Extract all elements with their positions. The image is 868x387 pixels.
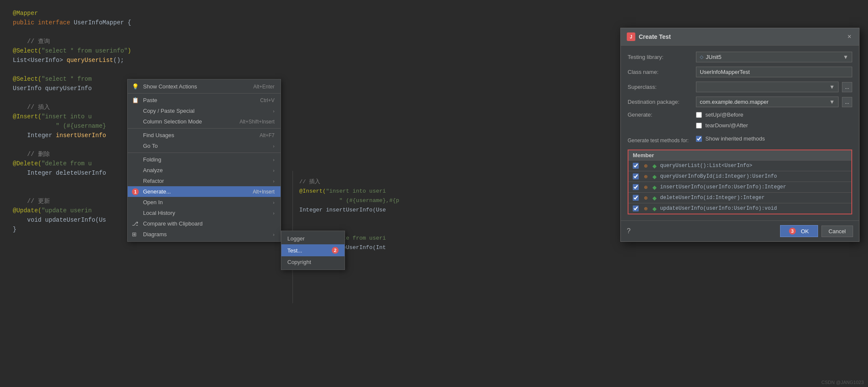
arrow-icon: ›	[273, 108, 275, 114]
member-text-3: insertUserInfo(userInfo:UserInfo):Intege…	[660, 184, 786, 190]
watermark: CSDN @JANG1023	[821, 380, 864, 385]
badge-2: 2	[332, 247, 339, 254]
member-checkbox-5[interactable]	[633, 205, 639, 211]
menu-open-in[interactable]: Open In ›	[128, 197, 281, 208]
member-icon-leaf-2: ◆	[652, 173, 657, 180]
show-inherited-label: Show inherited methods	[705, 135, 765, 142]
superclass-row: Superclass: ▼ ...	[628, 82, 852, 92]
arrow-icon-analyze: ›	[273, 168, 275, 173]
teardown-row: tearDown/@After	[696, 122, 748, 129]
generate-test[interactable]: Test... 2	[281, 244, 345, 256]
member-text-5: updateUserInfo(userInfo:UserInfo):void	[660, 205, 777, 211]
generate-logger[interactable]: Logger	[281, 233, 345, 244]
lower-comment: // 插入	[299, 177, 427, 187]
member-checkbox-2[interactable]	[633, 173, 639, 179]
menu-go-to[interactable]: Go To ›	[128, 141, 281, 151]
class-name-label: Class name:	[628, 69, 696, 75]
menu-copy-paste-special[interactable]: Copy / Paste Special ›	[128, 106, 281, 116]
menu-local-history[interactable]: Local History ›	[128, 208, 281, 218]
generate-copyright[interactable]: Copyright	[281, 256, 345, 268]
member-checkbox-1[interactable]	[633, 163, 639, 169]
testing-library-select[interactable]: ◇ JUnit5 ▼	[696, 52, 852, 62]
compare-icon: ⎇	[132, 220, 138, 227]
code-comment-query: // 查询	[13, 37, 278, 46]
superclass-select-wrapper: ▼ ...	[696, 82, 852, 92]
lower-insert: @Insert("insert into useri	[299, 187, 427, 196]
member-icon-method-5: ⊕	[642, 205, 649, 212]
menu-generate[interactable]: 1 Generate... Alt+Insert	[128, 186, 281, 197]
menu-folding[interactable]: Folding ›	[128, 154, 281, 165]
menu-compare-clipboard[interactable]: ⎇ Compare with Clipboard	[128, 218, 281, 229]
member-icon-leaf-3: ◆	[652, 184, 657, 191]
cancel-button[interactable]: Cancel	[821, 226, 853, 237]
diagrams-icon: ⊞	[132, 231, 137, 237]
generate-submenu[interactable]: Logger Test... 2 Copyright	[281, 231, 345, 270]
testing-library-label: Testing library:	[628, 54, 696, 60]
select-arrow-icon: ▼	[843, 54, 848, 60]
member-checkbox-4[interactable]	[633, 195, 639, 201]
member-text-1: queryUserList():List<UserInfo>	[660, 163, 752, 169]
member-icon-leaf-5: ◆	[652, 205, 657, 212]
destination-browse-button[interactable]: ...	[842, 97, 852, 107]
arrow-icon-goto: ›	[273, 144, 275, 149]
dialog-title: Create Test	[639, 33, 846, 40]
superclass-select[interactable]: ▼	[696, 82, 839, 92]
arrow-icon-refactor: ›	[273, 179, 275, 184]
superclass-browse-button[interactable]: ...	[842, 82, 852, 92]
menu-paste[interactable]: 📋 Paste Ctrl+V	[128, 95, 281, 106]
menu-column-selection[interactable]: Column Selection Mode Alt+Shift+Insert	[128, 116, 281, 127]
code-select-annotation: @Select("select * from userinfo")	[13, 46, 278, 56]
arrow-icon-openin: ›	[273, 200, 275, 205]
dialog-footer: ? 3 OK Cancel	[621, 220, 859, 241]
member-item-3[interactable]: ⊕ ◆ insertUserInfo(userInfo:UserInfo):In…	[628, 182, 851, 192]
menu-diagrams[interactable]: ⊞ Diagrams ›	[128, 229, 281, 240]
setup-row: setUp/@Before	[696, 111, 748, 118]
paste-icon: 📋	[132, 97, 139, 103]
arrow-icon-diagrams: ›	[273, 232, 275, 237]
separator-3	[128, 152, 281, 153]
menu-find-usages[interactable]: Find Usages Alt+F7	[128, 130, 281, 141]
generate-row: Generate: setUp/@Before tearDown/@After	[628, 111, 852, 131]
class-name-row: Class name:	[628, 67, 852, 77]
member-item-2[interactable]: ⊕ ◆ queryUserInfoById(id:Integer):UserIn…	[628, 171, 851, 182]
member-header: Member	[628, 150, 851, 160]
create-test-dialog: J Create Test × Testing library: ◇ JUnit…	[620, 28, 859, 242]
setup-label: setUp/@Before	[705, 111, 743, 118]
dialog-header: J Create Test ×	[621, 28, 859, 46]
show-inherited-checkbox[interactable]	[696, 136, 702, 142]
member-text-2: queryUserInfoById(id:Integer):UserInfo	[660, 173, 777, 179]
menu-analyze[interactable]: Analyze ›	[128, 165, 281, 176]
context-menu[interactable]: 💡 Show Context Actions Alt+Enter 📋 Paste…	[127, 79, 281, 242]
member-icon-method-2: ⊕	[642, 173, 649, 180]
lower-string: " (#{username},#{p	[299, 196, 427, 205]
teardown-checkbox[interactable]	[696, 123, 702, 129]
badge-1: 1	[132, 188, 141, 195]
testing-library-row: Testing library: ◇ JUnit5 ▼	[628, 52, 852, 62]
member-item-1[interactable]: ⊕ ◆ queryUserList():List<UserInfo>	[628, 160, 851, 171]
destination-row: Destination package: com.example.demo.ma…	[628, 97, 852, 107]
ok-button[interactable]: 3 OK	[780, 225, 818, 237]
member-text-4: deleteUserInfo(id:Integer):Integer	[660, 195, 765, 201]
destination-select[interactable]: com.example.demo.mapper ▼	[696, 97, 839, 107]
member-item-4[interactable]: ⊕ ◆ deleteUserInfo(id:Integer):Integer	[628, 192, 851, 203]
member-item-5[interactable]: ⊕ ◆ updateUserInfo(userInfo:UserInfo):vo…	[628, 203, 851, 214]
lower-method: Integer insertUserInfo(Use	[299, 205, 427, 215]
menu-show-context-actions[interactable]: 💡 Show Context Actions Alt+Enter	[128, 81, 281, 92]
test-methods-row: Generate test methods for: Show inherite…	[628, 135, 852, 145]
member-icon-method-1: ⊕	[642, 162, 649, 169]
member-icon-leaf-4: ◆	[652, 195, 657, 201]
help-icon[interactable]: ?	[627, 227, 631, 235]
dialog-body: Testing library: ◇ JUnit5 ▼ Class name: …	[621, 46, 859, 220]
destination-select-wrapper: com.example.demo.mapper ▼ ...	[696, 97, 852, 107]
superclass-label: Superclass:	[628, 84, 696, 90]
class-name-input[interactable]	[696, 67, 852, 77]
close-button[interactable]: ×	[846, 33, 853, 41]
code-line-1: @Mapper	[13, 9, 278, 18]
junit5-select[interactable]: ◇ JUnit5 ▼	[696, 52, 852, 62]
arrow-icon-folding: ›	[273, 157, 275, 162]
menu-refactor[interactable]: Refactor ›	[128, 176, 281, 186]
member-checkbox-3[interactable]	[633, 184, 639, 190]
code-blank	[13, 27, 278, 37]
code-line-2: public interface UserInfoMapper {	[13, 18, 278, 27]
setup-checkbox[interactable]	[696, 112, 702, 118]
